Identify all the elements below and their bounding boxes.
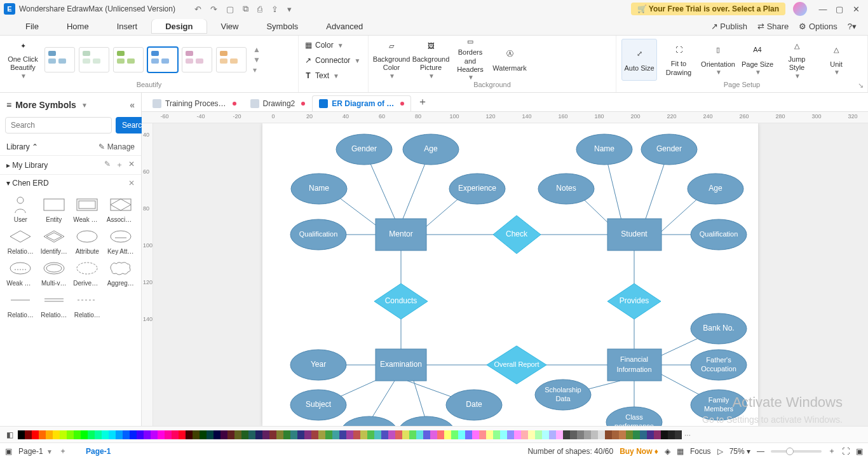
color-swatch[interactable] (465, 430, 472, 439)
attr-name-mentor[interactable]: Name (291, 174, 347, 204)
attr-subject[interactable]: Subject (290, 390, 346, 420)
color-swatch[interactable] (283, 430, 290, 439)
share-button[interactable]: ⇄ Share (757, 22, 789, 31)
shape-entity[interactable]: Entity (39, 195, 70, 223)
color-swatch[interactable] (262, 430, 269, 439)
save-icon[interactable]: ▢ (226, 4, 234, 14)
attr-age-student[interactable]: Age (688, 174, 743, 204)
color-swatch[interactable] (241, 430, 248, 439)
color-swatch[interactable] (374, 430, 381, 439)
color-swatch[interactable] (619, 430, 626, 439)
attr-family-members[interactable]: FamilyMembers (691, 390, 747, 420)
rel-overall-report[interactable]: Overall Report (487, 346, 546, 384)
theme-up-icon[interactable]: ▲ (253, 45, 261, 54)
color-swatch[interactable] (479, 430, 486, 439)
color-swatch[interactable] (255, 430, 262, 439)
color-swatch[interactable] (430, 430, 437, 439)
shape-relation-1[interactable]: Relatio… (5, 291, 36, 319)
menu-advanced[interactable]: Advanced (312, 19, 377, 34)
color-swatch[interactable] (109, 430, 116, 439)
entity-mentor[interactable]: Mentor (376, 219, 426, 250)
window-minimize-icon[interactable]: — (815, 4, 831, 14)
color-swatch[interactable] (549, 430, 556, 439)
color-swatch[interactable] (598, 430, 605, 439)
watermark-button[interactable]: ⒶWatermark (492, 39, 527, 81)
attr-notes-student[interactable]: Notes (538, 174, 594, 204)
borders-headers-button[interactable]: ▭Borders and Headers▼ (452, 39, 488, 81)
color-swatch[interactable] (102, 430, 109, 439)
theme-text-button[interactable]: TText▼ (304, 69, 339, 83)
jump-style-button[interactable]: △Jump Style▼ (779, 39, 815, 81)
color-swatch[interactable] (137, 430, 144, 439)
color-swatch[interactable] (325, 430, 332, 439)
shape-multi-valued[interactable]: Multi-v… (39, 259, 70, 287)
color-swatch[interactable] (668, 430, 675, 439)
color-swatch[interactable] (381, 430, 388, 439)
trial-banner[interactable]: 🛒 Your Free Trial is over. Select a Plan (631, 3, 785, 15)
theme-thumb-3[interactable] (113, 47, 144, 72)
color-swatch[interactable] (388, 430, 395, 439)
chen-erd-close-icon[interactable]: ✕ (128, 179, 135, 188)
shape-relation-3[interactable]: Relatio… (72, 291, 103, 319)
color-swatch[interactable] (193, 430, 200, 439)
color-swatch[interactable] (158, 430, 165, 439)
diagram-stage[interactable]: Gender Age Name Experience Qualification… (153, 123, 868, 426)
color-swatch[interactable] (32, 430, 39, 439)
help-icon[interactable]: ?▾ (848, 22, 857, 31)
print-icon[interactable]: ⎙ (257, 4, 262, 14)
theme-more-icon[interactable]: ▾ (253, 65, 261, 74)
color-swatch[interactable] (200, 430, 207, 439)
export-icon[interactable]: ⇪ (271, 4, 278, 14)
tab-er-diagram[interactable]: ER Diagram of … (312, 95, 411, 111)
color-swatch[interactable] (640, 430, 647, 439)
color-swatch[interactable] (123, 430, 130, 439)
color-swatch[interactable] (367, 430, 374, 439)
color-swatch[interactable] (74, 430, 81, 439)
color-swatch[interactable] (144, 430, 151, 439)
color-more-button[interactable]: ··· (684, 430, 691, 439)
shape-weak-key[interactable]: Weak K… (5, 259, 36, 287)
color-swatch[interactable] (675, 430, 682, 439)
menu-file[interactable]: File (11, 19, 53, 34)
auto-size-button[interactable]: ⤢Auto Size (621, 39, 657, 81)
theme-connector-button[interactable]: ↗Connector▼ (304, 53, 360, 67)
color-swatch[interactable] (661, 430, 668, 439)
rel-check[interactable]: Check (493, 216, 541, 254)
color-swatch[interactable] (39, 430, 46, 439)
color-swatch[interactable] (318, 430, 325, 439)
shape-derived[interactable]: Derived… (72, 259, 103, 287)
color-swatch[interactable] (409, 430, 416, 439)
color-swatch[interactable] (339, 430, 346, 439)
color-swatch[interactable] (423, 430, 430, 439)
color-swatch[interactable] (220, 430, 227, 439)
page-size-button[interactable]: A4Page Size▼ (740, 39, 775, 81)
menu-insert[interactable]: Insert (103, 19, 152, 34)
rel-conducts[interactable]: Conducts (374, 284, 428, 319)
color-swatch[interactable] (360, 430, 367, 439)
theme-thumb-1[interactable] (44, 47, 75, 72)
color-swatch[interactable] (290, 430, 297, 439)
color-swatch[interactable] (130, 430, 137, 439)
focus-button[interactable]: Focus (690, 447, 711, 456)
page-dropdown[interactable]: Page-1 ▼ (18, 447, 53, 456)
color-swatch[interactable] (353, 430, 360, 439)
chen-erd-toggle[interactable]: ▾ Chen ERD (6, 179, 49, 188)
shape-relationship[interactable]: Relatio… (5, 227, 36, 255)
color-swatch[interactable] (626, 430, 633, 439)
color-swatch[interactable] (507, 430, 514, 439)
color-swatch[interactable] (647, 430, 654, 439)
color-swatch[interactable] (165, 430, 172, 439)
add-tab-button[interactable]: ＋ (411, 93, 434, 111)
my-library-toggle[interactable]: ▸ My Library (6, 161, 48, 170)
menu-symbols[interactable]: Symbols (252, 19, 312, 34)
color-swatch[interactable] (528, 430, 535, 439)
attr-qualification-mentor[interactable]: Qualification (290, 219, 346, 250)
color-swatch[interactable] (521, 430, 528, 439)
color-swatch[interactable] (486, 430, 493, 439)
tab-drawing2[interactable]: Drawing2 (243, 95, 313, 111)
color-swatch[interactable] (227, 430, 234, 439)
theme-color-button[interactable]: ▦Color▼ (304, 38, 344, 52)
menu-design[interactable]: Design (151, 19, 207, 34)
color-swatch[interactable] (207, 430, 214, 439)
color-swatch[interactable] (88, 430, 95, 439)
